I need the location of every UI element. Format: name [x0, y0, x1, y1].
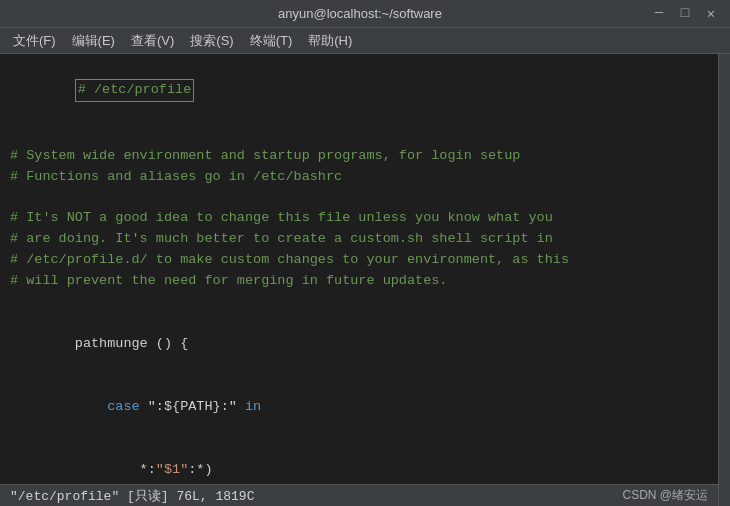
menu-bar: 文件(F) 编辑(E) 查看(V) 搜索(S) 终端(T) 帮助(H)	[0, 28, 730, 54]
line-func-def: pathmunge () {	[10, 313, 708, 376]
status-right: CSDN @绪安运	[622, 487, 708, 504]
editor[interactable]: # /etc/profile # System wide environment…	[0, 54, 718, 506]
line-blank-1	[10, 125, 708, 146]
title-controls: ─ □ ✕	[650, 5, 720, 22]
menu-file[interactable]: 文件(F)	[5, 30, 64, 52]
line-comment-5: # /etc/profile.d/ to make custom changes…	[10, 250, 708, 271]
title-text: anyun@localhost:~/software	[70, 6, 650, 21]
status-bar: "/etc/profile" [只读] 76L, 1819C CSDN @绪安运	[0, 484, 718, 506]
line-comment-2: # Functions and aliases go in /etc/bashr…	[10, 167, 708, 188]
menu-edit[interactable]: 编辑(E)	[64, 30, 123, 52]
scrollbar[interactable]	[718, 54, 730, 506]
minimize-button[interactable]: ─	[650, 5, 668, 22]
line-header: # /etc/profile	[10, 58, 708, 125]
maximize-button[interactable]: □	[676, 5, 694, 22]
line-comment-6: # will prevent the need for merging in f…	[10, 271, 708, 292]
header-line-text: # /etc/profile	[75, 79, 194, 102]
line-comment-1: # System wide environment and startup pr…	[10, 146, 708, 167]
code-area: # /etc/profile # System wide environment…	[10, 58, 708, 506]
line-comment-3: # It's NOT a good idea to change this fi…	[10, 208, 708, 229]
close-button[interactable]: ✕	[702, 5, 720, 22]
menu-terminal[interactable]: 终端(T)	[242, 30, 301, 52]
line-blank-3	[10, 292, 708, 313]
status-left: "/etc/profile" [只读] 76L, 1819C	[10, 487, 254, 505]
line-case: case ":${PATH}:" in	[10, 376, 708, 439]
content-wrapper: # /etc/profile # System wide environment…	[0, 54, 730, 506]
line-comment-4: # are doing. It's much better to create …	[10, 229, 708, 250]
menu-view[interactable]: 查看(V)	[123, 30, 182, 52]
line-blank-2	[10, 188, 708, 209]
title-bar: anyun@localhost:~/software ─ □ ✕	[0, 0, 730, 28]
menu-search[interactable]: 搜索(S)	[182, 30, 241, 52]
menu-help[interactable]: 帮助(H)	[300, 30, 360, 52]
